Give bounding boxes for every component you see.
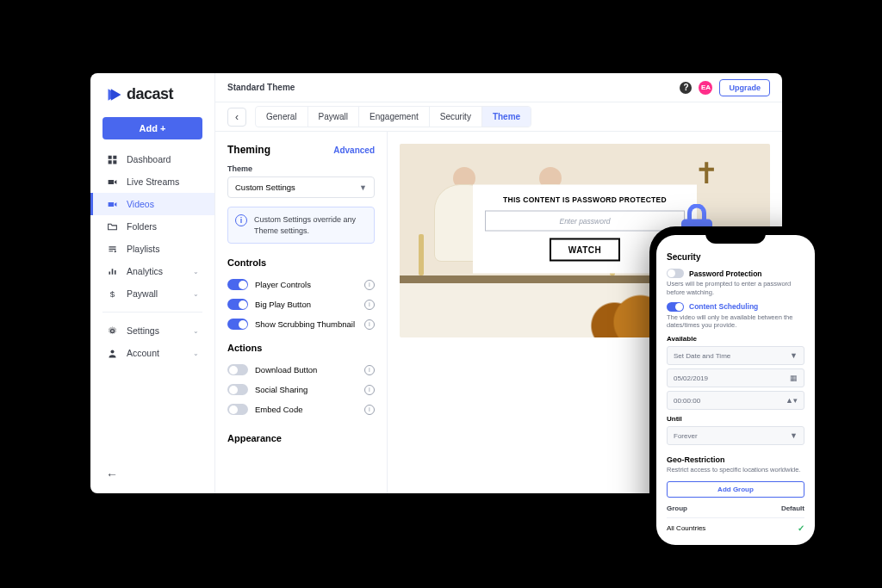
avatar[interactable]: EA [699, 81, 712, 95]
tab-group: General Paywall Engagement Security Them… [255, 106, 531, 127]
nav-account[interactable]: Account ⌄ [90, 342, 214, 364]
nav-live-streams[interactable]: Live Streams [90, 170, 214, 193]
video-icon [106, 198, 118, 210]
candle-decoration [419, 234, 424, 275]
info-icon[interactable]: i [364, 300, 375, 310]
chevron-down-icon: ▼ [790, 431, 798, 440]
breadcrumb: Standard Theme [227, 83, 295, 92]
phone-title: Security [667, 252, 804, 262]
nav-videos[interactable]: Videos [90, 193, 214, 215]
nav-label: Analytics [127, 266, 163, 276]
phone-geo-desc: Restrict access to specific locations wo… [667, 466, 804, 474]
phone-add-group-button[interactable]: Add Group [667, 481, 804, 498]
watch-button[interactable]: WATCH [550, 238, 620, 262]
folder-icon [106, 220, 118, 232]
chevron-down-icon: ⌄ [193, 350, 199, 357]
nav-label: Playlists [127, 244, 160, 254]
nav-settings[interactable]: Settings ⌄ [90, 319, 214, 342]
secondary-nav: Settings ⌄ Account ⌄ [90, 319, 214, 364]
svg-point-2 [110, 350, 114, 353]
analytics-icon [106, 265, 118, 277]
info-icon[interactable]: i [364, 280, 375, 290]
tabs-row: ‹ General Paywall Engagement Security Th… [215, 102, 782, 132]
nav-playlists[interactable]: Playlists [90, 238, 214, 260]
toggle-player-controls: Player Controls i [227, 275, 375, 294]
nav-label: Account [127, 348, 159, 358]
brand-mark-icon [106, 86, 123, 103]
upgrade-button[interactable]: Upgrade [719, 79, 770, 96]
password-overlay-title: THIS CONTENT IS PASSWORD PROTECTED [485, 195, 685, 204]
chevron-down-icon: ⌄ [193, 327, 199, 335]
camera-icon [106, 176, 118, 188]
phone-available-select[interactable]: Set Date and Time▼ [667, 346, 804, 365]
toggle[interactable] [227, 384, 248, 395]
chevron-down-icon: ⌄ [193, 290, 199, 298]
nav-label: Dashboard [127, 154, 171, 164]
grid-icon [106, 153, 118, 165]
theme-select[interactable]: Custom Settings ▼ [227, 176, 375, 198]
collapse-sidebar-button[interactable]: ← [106, 467, 214, 481]
user-icon [106, 347, 118, 359]
toggle[interactable] [667, 269, 684, 278]
tab-general[interactable]: General [256, 107, 308, 127]
info-icon[interactable]: i [364, 405, 375, 415]
appearance-title: Appearance [227, 433, 375, 443]
toggle-scrubbing: Show Scrubbing Thumbnail i [227, 314, 375, 334]
tab-theme[interactable]: Theme [482, 107, 531, 127]
phone-geo-row[interactable]: All Countries ✓ [667, 523, 804, 533]
toggle[interactable] [227, 404, 248, 415]
tab-security[interactable]: Security [430, 107, 482, 127]
tab-paywall[interactable]: Paywall [308, 107, 359, 127]
hint-box: i Custom Settings override any Theme set… [227, 207, 375, 244]
info-icon[interactable]: i [364, 319, 375, 330]
playlist-icon [106, 243, 118, 255]
toggle-label: Player Controls [255, 280, 311, 289]
divider [667, 517, 804, 518]
brand-logo: dacast [90, 73, 214, 110]
phone-date-input[interactable]: 05/02/2019▦ [667, 368, 804, 387]
phone-mock: Security Password Protection Users will … [649, 226, 822, 554]
toggle[interactable] [227, 364, 248, 375]
toggle-label: Big Play Button [255, 300, 311, 309]
toggle[interactable] [667, 302, 684, 312]
toggle[interactable] [227, 319, 248, 330]
info-icon[interactable]: i [364, 385, 375, 395]
toggle[interactable] [227, 279, 248, 290]
phone-until-select[interactable]: Forever▼ [667, 426, 804, 445]
help-icon[interactable]: ? [680, 82, 692, 94]
add-button[interactable]: Add + [102, 117, 202, 139]
chevron-down-icon: ▼ [359, 183, 367, 192]
password-input[interactable]: Enter password [485, 211, 685, 232]
nav-separator [102, 312, 202, 313]
select-value: Set Date and Time [674, 352, 730, 360]
col-group: Group [667, 504, 781, 512]
info-icon[interactable]: i [364, 365, 375, 375]
nav-folders[interactable]: Folders [90, 215, 214, 238]
phone-time-input[interactable]: 00:00:00▲▾ [667, 391, 804, 410]
tab-engagement[interactable]: Engagement [359, 107, 430, 127]
phone-available-label: Available [667, 335, 804, 343]
toggle-label: Content Scheduling [689, 302, 758, 311]
sidebar: dacast Add + Dashboard Live Streams Vide… [90, 73, 215, 493]
nav-label: Settings [127, 325, 159, 336]
phone-until-label: Until [667, 415, 804, 423]
row-group: All Countries [667, 524, 798, 532]
toggle[interactable] [227, 299, 248, 310]
toggle-label: Show Scrubbing Thumbnail [255, 319, 355, 329]
toggle-big-play: Big Play Button i [227, 294, 375, 314]
phone-geo-table-head: Group Default [667, 504, 804, 512]
svg-text:$: $ [109, 288, 115, 298]
nav-label: Videos [127, 199, 154, 209]
phone-toggle-scheduling: Content Scheduling [667, 302, 804, 312]
col-default: Default [781, 504, 804, 512]
phone-password-desc: Users will be prompted to enter a passwo… [667, 280, 804, 297]
nav-paywall[interactable]: $ Paywall ⌄ [90, 282, 214, 305]
nav-analytics[interactable]: Analytics ⌄ [90, 260, 214, 282]
advanced-link[interactable]: Advanced [333, 145, 375, 155]
toggle-social: Social Sharing i [227, 380, 375, 399]
toggle-embed: Embed Code i [227, 399, 375, 419]
chevron-down-icon: ▼ [790, 351, 798, 360]
back-button[interactable]: ‹ [227, 108, 246, 127]
nav-dashboard[interactable]: Dashboard [90, 148, 214, 170]
stepper-icon: ▲▾ [786, 396, 798, 405]
